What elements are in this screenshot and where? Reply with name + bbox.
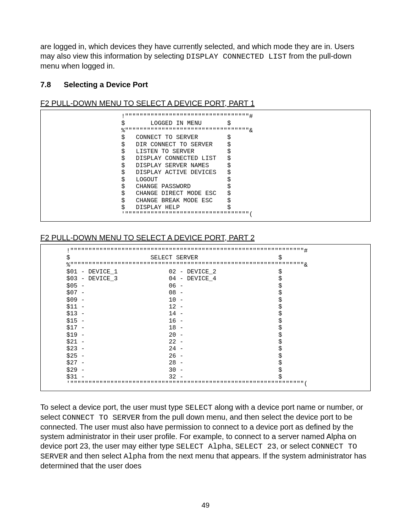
- closing-paragraph: To select a device port, the user must t…: [40, 403, 371, 471]
- figure1-menu-box: !""""""""""""""""""""""""""""""""""# $ L…: [40, 110, 371, 222]
- figure2-caption: F2 PULL-DOWN MENU TO SELECT A DEVICE POR…: [40, 233, 371, 243]
- document-page: are logged in, which devices they have c…: [0, 0, 411, 532]
- figure1-caption: F2 PULL-DOWN MENU TO SELECT A DEVICE POR…: [40, 99, 371, 108]
- heading-number: 7.8: [40, 80, 62, 89]
- figure2-menu-box: !"""""""""""""""""""""""""""""""""""""""…: [40, 244, 371, 391]
- page-number: 49: [0, 501, 411, 510]
- heading-title: Selecting a Device Port: [64, 80, 148, 89]
- intro-paragraph: are logged in, which devices they have c…: [40, 42, 371, 71]
- section-heading: 7.8 Selecting a Device Port: [40, 80, 371, 89]
